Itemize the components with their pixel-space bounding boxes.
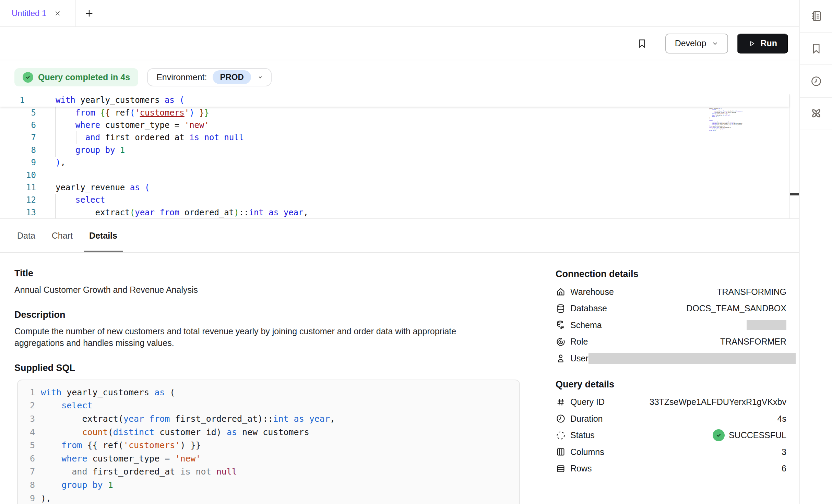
sql-editor[interactable]: 5 from {{ ref('customers') }}6 where cus… xyxy=(0,94,799,218)
history-sidebar-button[interactable] xyxy=(800,65,832,98)
columns-icon xyxy=(556,447,566,457)
code-line[interactable]: 1with yearly_customers as ( xyxy=(0,94,789,106)
notebook-sidebar-button[interactable] xyxy=(800,0,832,33)
code-line[interactable]: 1with yearly_customers as ( xyxy=(18,386,519,399)
detail-value: DOCS_TEAM_SANDBOX xyxy=(686,303,786,313)
success-check-icon xyxy=(23,72,33,83)
details-left-column: Title Annual Customer Growth and Revenue… xyxy=(14,253,529,504)
role-icon xyxy=(556,337,566,347)
detail-value: 6 xyxy=(782,464,786,473)
line-number: 13 xyxy=(0,208,36,217)
status-row: Query completed in 4s Environment: PROD xyxy=(0,60,799,94)
sticky-scroll-line[interactable]: 1with yearly_customers as ( xyxy=(0,94,789,107)
detail-label: Columns xyxy=(570,447,604,457)
warehouse-icon xyxy=(556,287,566,297)
detail-value: 3 xyxy=(782,447,786,457)
role-row: RoleTRANSFORMER xyxy=(556,334,786,350)
code-line[interactable]: 8 group by 1 xyxy=(0,144,799,156)
compass-sidebar-button[interactable] xyxy=(800,98,832,130)
columns-row: Columns3 xyxy=(556,444,786,460)
history-icon xyxy=(810,75,822,87)
user-row: User xyxy=(556,350,786,367)
loader-icon xyxy=(556,430,566,441)
develop-dropdown[interactable]: Develop xyxy=(665,34,728,53)
supplied-sql-block: 1with yearly_customers as (2 select3 ext… xyxy=(17,380,520,504)
scrollbar-thumb[interactable] xyxy=(790,193,799,195)
detail-value: TRANSFORMER xyxy=(720,337,786,347)
chevron-down-icon xyxy=(257,74,263,80)
environment-selector[interactable]: Environment: PROD xyxy=(147,68,272,86)
code-line[interactable]: 13 extract(year from ordered_at)::int as… xyxy=(0,206,799,218)
status-row: StatusSUCCESSFUL xyxy=(556,427,786,444)
code-line[interactable]: 11yearly_revenue as ( xyxy=(0,181,799,194)
code-line[interactable]: 4 count(distinct customer_id) as new_cus… xyxy=(18,425,519,439)
detail-label: Schema xyxy=(570,320,602,330)
detail-label: Warehouse xyxy=(570,287,614,297)
bookmark-button[interactable] xyxy=(637,38,647,49)
results-tab-bar: DataChartDetails xyxy=(0,218,799,253)
code-line[interactable]: 7 and first_ordered_at is not null xyxy=(0,131,799,144)
database-row: DatabaseDOCS_TEAM_SANDBOX xyxy=(556,300,786,317)
code-line[interactable]: 6 where customer_type = 'new' xyxy=(0,119,799,131)
code-line[interactable]: 7 and first_ordered_at is not null xyxy=(18,465,519,479)
run-label: Run xyxy=(760,38,777,48)
detail-value xyxy=(747,320,786,330)
warehouse-row: WarehouseTRANSFORMING xyxy=(556,284,786,300)
environment-value-badge: PROD xyxy=(213,70,251,84)
detail-value: 33TZseWpe1ALFDUYerxR1gVKxbv xyxy=(650,397,786,407)
bookmark-sidebar-button[interactable] xyxy=(800,33,832,65)
tab-details[interactable]: Details xyxy=(89,219,117,252)
code-line[interactable]: 5 from {{ ref('customers') }} xyxy=(18,439,519,452)
tab-chart[interactable]: Chart xyxy=(52,219,73,252)
indent-guide xyxy=(55,194,56,218)
rows-row: Rows6 xyxy=(556,460,786,477)
detail-label: Status xyxy=(570,430,595,440)
tab-data[interactable]: Data xyxy=(17,219,35,252)
plus-icon xyxy=(84,9,94,18)
query-status-text: Query completed in 4s xyxy=(38,72,130,82)
hash-icon xyxy=(556,397,566,407)
line-number: 3 xyxy=(18,414,35,424)
line-number: 9 xyxy=(18,493,35,503)
code-line[interactable]: 10 xyxy=(0,169,799,181)
detail-label: Rows xyxy=(570,464,592,473)
code-line[interactable]: 9), xyxy=(18,492,519,504)
develop-label: Develop xyxy=(675,38,706,48)
tab-untitled-1[interactable]: Untitled 1 xyxy=(0,0,76,26)
tab-title: Untitled 1 xyxy=(12,9,46,18)
schema-icon xyxy=(556,320,566,330)
detail-label: User xyxy=(570,353,589,363)
code-line[interactable]: 8 group by 1 xyxy=(18,478,519,492)
rows-icon xyxy=(556,464,566,474)
run-button[interactable]: Run xyxy=(737,34,788,53)
environment-label: Environment: xyxy=(156,72,207,82)
line-number: 7 xyxy=(0,133,36,142)
line-number: 4 xyxy=(18,427,35,437)
code-line[interactable]: 9), xyxy=(0,156,799,169)
detail-label: Query ID xyxy=(570,397,605,407)
query-status-pill: Query completed in 4s xyxy=(14,68,138,86)
bookmark-icon xyxy=(637,38,647,49)
compass-icon xyxy=(810,108,822,120)
new-tab-button[interactable] xyxy=(76,0,102,26)
code-line[interactable]: 2 select xyxy=(18,399,519,412)
code-line[interactable]: 5 from {{ ref('customers') }} xyxy=(0,107,799,119)
schema-row: Schema xyxy=(556,317,786,334)
detail-value: SUCCESSFUL xyxy=(713,429,786,441)
supplied-sql-heading: Supplied SQL xyxy=(14,363,529,373)
success-check-icon xyxy=(713,429,725,441)
indent-guide xyxy=(55,107,56,157)
redacted-value xyxy=(747,320,786,330)
title-heading: Title xyxy=(14,268,529,279)
line-number: 7 xyxy=(18,467,35,477)
editor-scrollbar[interactable] xyxy=(789,94,799,218)
right-icon-sidebar xyxy=(799,0,832,504)
code-line[interactable]: 12 select xyxy=(0,194,799,206)
code-line[interactable]: 3 extract(year from first_ordered_at)::i… xyxy=(18,412,519,425)
code-line[interactable]: 6 where customer_type = 'new' xyxy=(18,452,519,465)
connection-details-heading: Connection details xyxy=(556,269,786,279)
editor-lines[interactable]: 5 from {{ ref('customers') }}6 where cus… xyxy=(0,107,799,219)
query-id-row: Query ID33TZseWpe1ALFDUYerxR1gVKxbv xyxy=(556,394,786,411)
close-icon[interactable] xyxy=(54,10,61,17)
description-value: Compute the number of new customers and … xyxy=(14,325,477,349)
